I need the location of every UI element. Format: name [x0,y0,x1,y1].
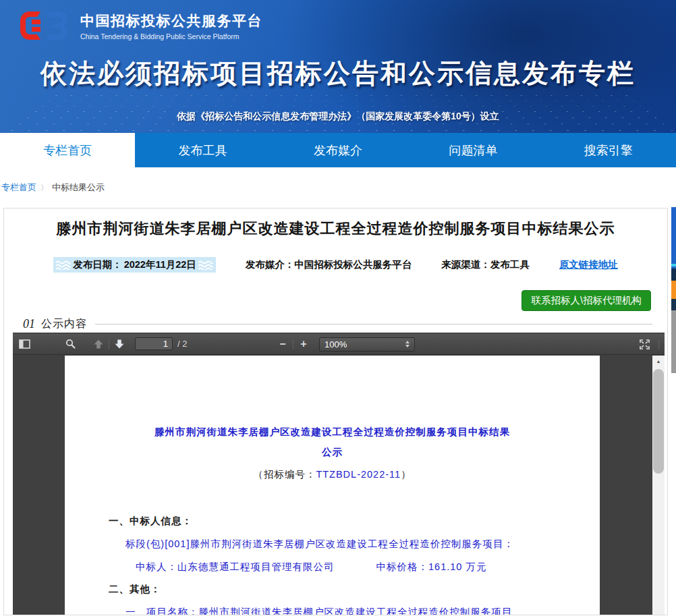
page-count-label: / 2 [177,339,187,349]
publish-media-value: 中国招标投标公共服务平台 [294,259,412,270]
tab-column-home[interactable]: 专栏首页 [0,133,135,167]
widget-segment-orange[interactable] [671,281,676,299]
zoom-level-value: 100% [325,339,347,349]
zoom-level-select[interactable]: 100% [319,337,415,352]
original-link[interactable]: 原文链接地址 [559,258,618,271]
presentation-mode-button[interactable] [636,336,653,353]
arrow-down-icon [115,339,124,349]
page-up-button[interactable] [90,335,107,352]
contact-row: 联系招标人\招标代理机构 [4,290,667,311]
source-channel-value: 发布工具 [490,259,530,270]
doc-tender-number: （招标编号：TTZBDL-2022-11） [65,468,600,481]
widget-segment-gray[interactable] [671,310,676,373]
contact-tenderer-button[interactable]: 联系招标人\招标代理机构 [522,290,651,311]
scrollbar-thumb[interactable] [653,369,664,474]
publish-media-item: 发布媒介：中国招标投标公共服务平台 [246,258,412,271]
breadcrumb-separator: 〉 [40,183,48,193]
platform-name-cn: 中国招标投标公共服务平台 [80,11,262,30]
breadcrumb: 专栏首页 〉 中标结果公示 [0,167,676,208]
page-down-button[interactable] [111,335,128,352]
tender-code: TTZBDL-2022-11 [316,469,401,480]
content-panel: 滕州市荆河街道朱李居棚户区改造建设工程全过程造价控制服务项目中标结果公示 发布日… [3,208,668,615]
breadcrumb-current: 中标结果公示 [52,181,105,194]
sidebar-toggle-button[interactable] [16,335,33,352]
section-number: 01 [23,317,35,331]
main-nav: 专栏首页 发布工具 发布媒介 问题清单 搜索引擎 [0,133,676,167]
doc-price: 中标价格：161.10 万元 [376,561,487,572]
pdf-canvas-area[interactable]: 滕州市荆河街道朱李居棚户区改造建设工程全过程造价控制服务项目中标结果 公示 （招… [13,356,652,615]
select-spinner-icon [405,341,410,347]
section-divider [95,324,652,325]
search-icon [65,339,76,349]
zoom-out-button[interactable]: − [274,336,291,353]
doc-winner: 中标人：山东德慧通工程项目管理有限公司 [136,561,335,572]
doc-project-line: 一、项目名称：滕州市荆河街道朱李居棚户区改造建设工程全过程造价控制服务项目 [125,606,600,615]
platform-name-en: China Tendering & Bidding Public Service… [80,32,262,40]
toolbar-separator [109,339,109,349]
tab-publish-tool[interactable]: 发布工具 [135,133,270,167]
wave-left-icon [56,260,71,270]
tab-question-list[interactable]: 问题清单 [405,133,540,167]
publish-media-label: 发布媒介： [246,259,295,270]
doc-winner-line: 中标人：山东德慧通工程项目管理有限公司中标价格：161.10 万元 [136,561,600,573]
article-meta-row: 发布日期：2022年11月22日 发布媒介：中国招标投标公共服务平台 来源渠道：… [4,257,667,273]
tender-suffix: ） [401,469,412,480]
pdf-toolbar-right [636,333,660,355]
doc-section1-heading: 一、中标人信息： [109,515,600,528]
site-header: 中国招标投标公共服务平台 China Tendering & Bidding P… [0,0,676,133]
fullscreen-icon [640,339,650,349]
floating-side-widget[interactable] [671,207,676,373]
zoom-in-button[interactable]: + [295,336,312,353]
widget-segment-dark[interactable] [671,269,676,281]
toolbar-separator [293,339,293,349]
pdf-scrollbar[interactable]: ▲ [652,356,665,615]
publish-date-badge: 发布日期：2022年11月22日 [53,257,216,273]
find-button[interactable] [61,335,79,352]
pdf-toolbar-center: − + 100% [274,333,415,355]
logo[interactable]: 中国招标投标公共服务平台 China Tendering & Bidding P… [0,0,676,41]
source-channel-label: 来源渠道： [441,259,490,270]
publish-date-label: 发布日期： [73,258,122,271]
sidebar-toggle-icon [19,339,30,349]
breadcrumb-home-link[interactable]: 专栏首页 [1,181,36,194]
arrow-up-icon [94,339,103,349]
source-channel-item: 来源渠道：发布工具 [441,258,530,271]
section-title: 公示内容 [41,317,87,331]
page-number-input[interactable] [135,337,173,350]
pdf-viewer: / 2 − + 100% [13,333,665,615]
pdf-toolbar: / 2 − + 100% [13,333,665,355]
section-header: 01 公示内容 [23,317,652,331]
tab-publish-media[interactable]: 发布媒介 [271,133,405,167]
wave-right-icon [198,260,213,270]
tender-prefix: （招标编号： [253,469,316,480]
banner-title: 依法必须招标项目招标公告和公示信息发布专栏 [0,55,676,92]
scroll-up-button[interactable]: ▲ [652,356,665,367]
platform-logo-icon [20,10,72,41]
widget-segment-dark2[interactable] [671,299,676,310]
widget-segment-blue[interactable] [671,207,676,264]
toolbar-separator [658,339,659,349]
publish-date-value: 2022年11月22日 [124,258,196,271]
tab-search-engine[interactable]: 搜索引擎 [541,133,676,167]
banner-subtitle: 依据《招标公告和公示信息发布管理办法》（国家发展改革委令第10号）设立 [0,111,676,123]
doc-title-line2: 公示 [65,446,600,459]
doc-section2-heading: 二、其他： [109,583,600,596]
plus-icon: + [300,338,306,350]
pdf-page: 滕州市荆河街道朱李居棚户区改造建设工程全过程造价控制服务项目中标结果 公示 （招… [65,356,600,615]
doc-title-line1: 滕州市荆河街道朱李居棚户区改造建设工程全过程造价控制服务项目中标结果 [65,426,600,439]
pdf-toolbar-left: / 2 [16,335,187,352]
doc-lot-line: 标段(包)[001]滕州市荆河街道朱李居棚户区改造建设工程全过程造价控制服务项目… [125,538,600,551]
minus-icon: − [279,338,285,350]
article-title: 滕州市荆河街道朱李居棚户区改造建设工程全过程造价控制服务项目中标结果公示 [4,219,667,239]
